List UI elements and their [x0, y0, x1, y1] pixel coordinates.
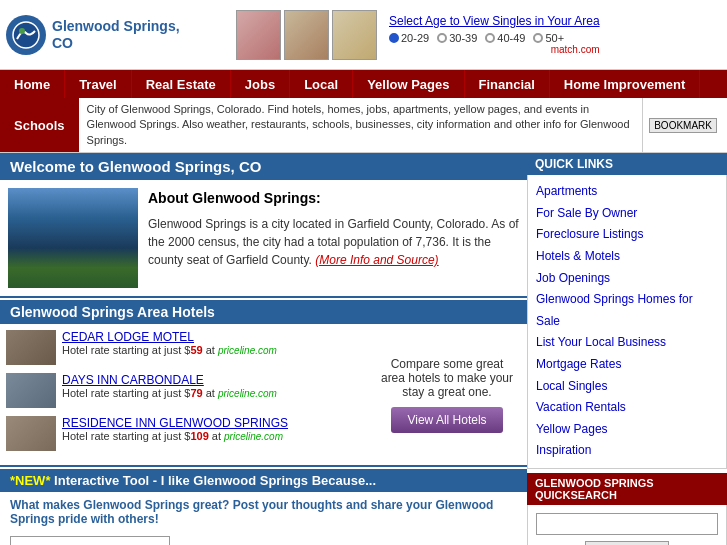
ad-photo-2 — [284, 10, 329, 60]
ad-photos — [236, 10, 377, 60]
quicksearch-input[interactable] — [536, 513, 718, 535]
nav-travel[interactable]: Travel — [65, 70, 132, 98]
age-30-39[interactable]: 30-39 — [437, 32, 477, 44]
bookmark-button[interactable]: BOOKMARK — [649, 118, 717, 133]
logo-area: Glenwood Springs, CO — [6, 15, 226, 55]
form-select-area: I like Glenwood Springs because... — [10, 536, 170, 545]
header: Glenwood Springs, CO Select Age to View … — [0, 0, 727, 70]
about-image — [8, 188, 138, 288]
sidebar: QUICK LINKS Apartments For Sale By Owner… — [527, 153, 727, 545]
radio-selected — [389, 33, 399, 43]
quicklink-apartments[interactable]: Apartments — [536, 181, 718, 203]
nav-home[interactable]: Home — [0, 70, 65, 98]
interactive-subtitle: What makes Glenwood Springs great? Post … — [0, 492, 527, 530]
quicklink-mortgage-rates[interactable]: Mortgage Rates — [536, 354, 718, 376]
hotel-name-residence[interactable]: RESIDENCE INN GLENWOOD SPRINGS — [62, 416, 288, 430]
age-50-plus[interactable]: 50+ — [533, 32, 564, 44]
singles-link[interactable]: Select Age to View Singles in Your Area — [389, 14, 600, 28]
hotels-cta-text: Compare some great area hotels to make y… — [377, 357, 517, 399]
hotels-area: CEDAR LODGE MOTEL Hotel rate starting at… — [0, 324, 527, 467]
about-heading: About Glenwood Springs: — [148, 188, 519, 209]
ad-singles: Select Age to View Singles in Your Area … — [389, 14, 600, 55]
quicklinks-header: QUICK LINKS — [527, 153, 727, 175]
schools-bar: Schools City of Glenwood Springs, Colora… — [0, 98, 727, 153]
hotels-header: Glenwood Springs Area Hotels — [0, 300, 527, 324]
schools-description: City of Glenwood Springs, Colorado. Find… — [79, 98, 643, 152]
site-title: Glenwood Springs, CO — [52, 18, 180, 52]
quicklink-hotels-motels[interactable]: Hotels & Motels — [536, 246, 718, 268]
quicksearch-body: Search! — [527, 505, 727, 545]
svg-point-1 — [19, 28, 25, 34]
quicklink-foreclosure-listings[interactable]: Foreclosure Listings — [536, 224, 718, 246]
bookmark-area: BOOKMARK — [642, 98, 727, 152]
because-select[interactable]: I like Glenwood Springs because... — [10, 536, 170, 545]
hotels-list: CEDAR LODGE MOTEL Hotel rate starting at… — [0, 324, 367, 465]
quicklink-yellow-pages[interactable]: Yellow Pages — [536, 419, 718, 441]
match-link[interactable]: match.com — [389, 44, 600, 55]
quicklink-for-sale-by-owner[interactable]: For Sale By Owner — [536, 203, 718, 225]
interactive-header: *NEW* Interactive Tool - I like Glenwood… — [0, 469, 527, 492]
new-label: *NEW* — [10, 473, 50, 488]
ad-photo-3 — [332, 10, 377, 60]
view-all-hotels-button[interactable]: View All Hotels — [391, 407, 502, 433]
quicklink-job-openings[interactable]: Job Openings — [536, 268, 718, 290]
hotel-info-days: DAYS INN CARBONDALE Hotel rate starting … — [62, 373, 277, 399]
nav-home-improvement[interactable]: Home Improvement — [550, 70, 700, 98]
main-layout: Welcome to Glenwood Springs, CO About Gl… — [0, 153, 727, 545]
hotel-image-days — [6, 373, 56, 408]
svg-point-0 — [13, 22, 39, 48]
nav-jobs[interactable]: Jobs — [231, 70, 290, 98]
content-area: Welcome to Glenwood Springs, CO About Gl… — [0, 153, 527, 545]
nav-financial[interactable]: Financial — [465, 70, 550, 98]
quicksearch-section: GLENWOOD SPRINGS QUICKSEARCH Search! — [527, 473, 727, 545]
logo-icon — [6, 15, 46, 55]
age-20-29[interactable]: 20-29 — [389, 32, 429, 44]
interactive-title: Interactive Tool - I like Glenwood Sprin… — [54, 473, 376, 488]
interactive-form: I like Glenwood Springs because... — [0, 530, 527, 545]
quicklink-local-singles[interactable]: Local Singles — [536, 376, 718, 398]
advertisement-area: Select Age to View Singles in Your Area … — [226, 10, 721, 60]
radio-unselected — [533, 33, 543, 43]
hotels-cta: Compare some great area hotels to make y… — [367, 324, 527, 465]
search-button[interactable]: Search! — [585, 541, 668, 545]
nav-yellow-pages[interactable]: Yellow Pages — [353, 70, 464, 98]
radio-unselected — [437, 33, 447, 43]
hotel-rate-cedar: Hotel rate starting at just $59 at price… — [62, 344, 277, 356]
schools-button[interactable]: Schools — [0, 98, 79, 152]
hotel-rate-days: Hotel rate starting at just $79 at price… — [62, 387, 277, 399]
nav-bar: Home Travel Real Estate Jobs Local Yello… — [0, 70, 727, 98]
radio-unselected — [485, 33, 495, 43]
priceline-link-residence[interactable]: priceline.com — [224, 431, 283, 442]
about-image-visual — [8, 188, 138, 288]
hotel-info-cedar: CEDAR LODGE MOTEL Hotel rate starting at… — [62, 330, 277, 356]
quicklink-homes-for-sale[interactable]: Glenwood Springs Homes for Sale — [536, 289, 718, 332]
hotel-name-days[interactable]: DAYS INN CARBONDALE — [62, 373, 204, 387]
nav-local[interactable]: Local — [290, 70, 353, 98]
hotel-price-cedar: 59 — [190, 344, 202, 356]
hotel-price-days: 79 — [190, 387, 202, 399]
table-row: DAYS INN CARBONDALE Hotel rate starting … — [6, 373, 361, 408]
ad-photo-1 — [236, 10, 281, 60]
quicklink-inspiration[interactable]: Inspiration — [536, 440, 718, 462]
about-more-link[interactable]: (More Info and Source) — [315, 253, 438, 267]
hotel-image-cedar — [6, 330, 56, 365]
welcome-header: Welcome to Glenwood Springs, CO — [0, 153, 527, 180]
hotel-rate-residence: Hotel rate starting at just $109 at pric… — [62, 430, 283, 442]
about-section: About Glenwood Springs: Glenwood Springs… — [0, 180, 527, 298]
hotel-image-residence — [6, 416, 56, 451]
age-options: 20-29 30-39 40-49 50+ — [389, 32, 600, 44]
table-row: CEDAR LODGE MOTEL Hotel rate starting at… — [6, 330, 361, 365]
priceline-link-cedar[interactable]: priceline.com — [218, 345, 277, 356]
quicklinks-list: Apartments For Sale By Owner Foreclosure… — [527, 175, 727, 469]
age-40-49[interactable]: 40-49 — [485, 32, 525, 44]
quicklink-vacation-rentals[interactable]: Vacation Rentals — [536, 397, 718, 419]
quicksearch-header: GLENWOOD SPRINGS QUICKSEARCH — [527, 473, 727, 505]
quicklink-list-local-business[interactable]: List Your Local Business — [536, 332, 718, 354]
about-text: About Glenwood Springs: Glenwood Springs… — [148, 188, 519, 288]
table-row: RESIDENCE INN GLENWOOD SPRINGS Hotel rat… — [6, 416, 361, 451]
hotel-price-residence: 109 — [190, 430, 208, 442]
nav-real-estate[interactable]: Real Estate — [132, 70, 231, 98]
hotel-name-cedar[interactable]: CEDAR LODGE MOTEL — [62, 330, 194, 344]
hotel-info-residence: RESIDENCE INN GLENWOOD SPRINGS Hotel rat… — [62, 416, 288, 442]
priceline-link-days[interactable]: priceline.com — [218, 388, 277, 399]
